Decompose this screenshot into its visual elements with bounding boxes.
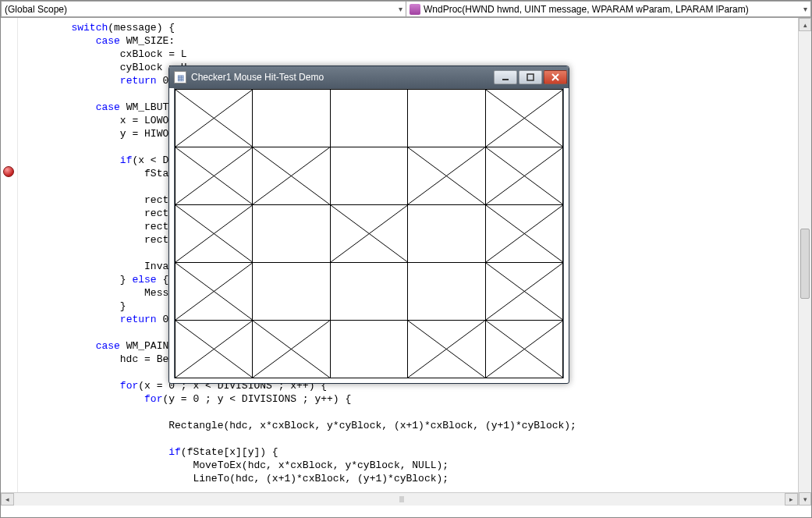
scope-combo[interactable]: (Global Scope) ▾	[1, 1, 406, 17]
grid-cell[interactable]	[407, 89, 486, 147]
grid-cell[interactable]	[330, 204, 409, 263]
app-window[interactable]: ▦ Checker1 Mouse Hit-Test Demo	[168, 66, 569, 384]
scroll-thumb[interactable]	[800, 229, 810, 299]
scope-label: (Global Scope)	[5, 4, 67, 15]
method-icon	[410, 4, 420, 15]
grid-cell[interactable]	[175, 89, 254, 147]
grid-cell[interactable]	[330, 147, 409, 205]
grid-cell[interactable]	[175, 204, 254, 263]
grid-cell[interactable]	[252, 262, 331, 321]
editor-gutter[interactable]	[1, 18, 18, 506]
window-title: Checker1 Mouse Hit-Test Demo	[191, 72, 494, 83]
svg-rect-1	[527, 74, 534, 80]
grid-cell[interactable]	[252, 204, 331, 263]
grid-cell[interactable]	[330, 89, 409, 147]
grid-cell[interactable]	[407, 262, 486, 321]
scroll-right-button[interactable]: ▸	[785, 493, 798, 506]
grid-cell[interactable]	[252, 89, 331, 147]
grid-cell[interactable]	[407, 204, 486, 263]
grid-cell[interactable]	[485, 320, 564, 378]
scroll-marker	[399, 496, 404, 502]
app-icon: ▦	[174, 71, 186, 83]
chevron-down-icon: ▾	[803, 5, 807, 13]
grid-cell[interactable]	[175, 262, 254, 321]
scroll-down-button[interactable]: ▾	[799, 492, 811, 506]
scroll-left-button[interactable]: ◂	[1, 493, 14, 506]
grid-cell[interactable]	[252, 147, 331, 205]
function-combo[interactable]: WndProc(HWND hwnd, UINT message, WPARAM …	[406, 1, 811, 17]
checker-grid[interactable]	[175, 89, 563, 378]
grid-cell[interactable]	[485, 147, 564, 205]
grid-cell[interactable]	[407, 320, 486, 378]
vertical-scrollbar[interactable]: ▴ ▾	[798, 18, 811, 506]
grid-cell[interactable]	[252, 320, 331, 378]
scroll-up-button[interactable]: ▴	[799, 18, 811, 31]
function-label: WndProc(HWND hwnd, UINT message, WPARAM …	[424, 4, 749, 15]
grid-cell[interactable]	[485, 89, 564, 147]
navigation-bar: (Global Scope) ▾ WndProc(HWND hwnd, UINT…	[1, 1, 811, 18]
grid-cell[interactable]	[330, 320, 409, 378]
chevron-down-icon: ▾	[399, 5, 402, 13]
horizontal-scrollbar[interactable]: ◂ ▸	[1, 492, 798, 506]
grid-cell[interactable]	[485, 262, 564, 321]
maximize-button[interactable]	[519, 70, 542, 84]
grid-cell[interactable]	[485, 204, 564, 263]
grid-cell[interactable]	[407, 147, 486, 205]
breakpoint-icon[interactable]	[3, 166, 14, 177]
grid-cell[interactable]	[175, 147, 254, 205]
grid-cell[interactable]	[330, 262, 409, 321]
close-button[interactable]	[544, 70, 567, 84]
minimize-button[interactable]	[494, 70, 517, 84]
titlebar[interactable]: ▦ Checker1 Mouse Hit-Test Demo	[169, 66, 569, 88]
client-area[interactable]	[174, 88, 564, 378]
grid-cell[interactable]	[175, 320, 254, 378]
